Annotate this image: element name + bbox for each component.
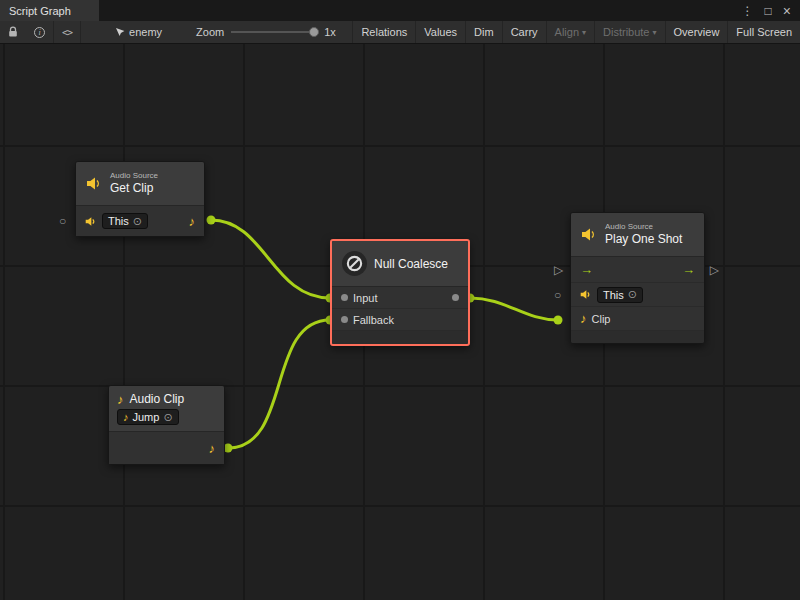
object-picker-icon[interactable]: ⊙: [163, 412, 172, 423]
output-row: ♪: [109, 432, 224, 464]
flow-out-icon[interactable]: →: [682, 263, 695, 276]
zoom-value: 1x: [324, 26, 336, 38]
flow-row: ▷ → → ▷: [571, 257, 704, 283]
flow-input-port[interactable]: ▷: [554, 264, 563, 276]
zoom-label: Zoom: [196, 26, 224, 38]
carry-button[interactable]: Carry: [502, 21, 546, 43]
object-picker-icon[interactable]: ⊙: [628, 289, 637, 300]
target-object-field[interactable]: This ⊙: [102, 213, 148, 229]
result-output-port[interactable]: [452, 294, 459, 301]
zoom-slider[interactable]: [231, 31, 317, 33]
flow-in-icon[interactable]: →: [580, 263, 593, 276]
align-button[interactable]: Align ▾: [546, 21, 594, 43]
node-play-one-shot[interactable]: Audio Source Play One Shot ▷ → → ▷ ○: [570, 212, 705, 344]
connection-port-dot: [207, 216, 216, 225]
fullscreen-button[interactable]: Full Screen: [727, 21, 800, 43]
audio-source-icon: [581, 227, 598, 242]
fallback-row: Fallback: [332, 309, 468, 331]
null-coalesce-icon: [342, 251, 367, 276]
tab-script-graph[interactable]: Script Graph: [0, 0, 99, 21]
node-footer: [332, 331, 468, 344]
audio-clip-icon: ♪: [580, 312, 587, 325]
node-header[interactable]: Audio Source Get Clip: [76, 162, 204, 206]
info-icon[interactable]: i: [26, 21, 53, 43]
value-input-port[interactable]: ○: [59, 215, 66, 227]
node-get-clip[interactable]: Audio Source Get Clip ○ This ⊙ ♪: [75, 161, 205, 237]
audio-source-icon: [85, 216, 97, 227]
audio-clip-field[interactable]: ♪ Jump ⊙: [117, 409, 179, 425]
graph-canvas[interactable]: Audio Source Get Clip ○ This ⊙ ♪: [0, 44, 800, 600]
fallback-port[interactable]: [341, 316, 348, 323]
node-footer: [571, 331, 704, 343]
graph-name: enemy: [115, 26, 162, 38]
connection-wire: [211, 220, 330, 298]
lock-icon[interactable]: [0, 21, 26, 43]
chevron-down-icon: ▾: [653, 28, 657, 37]
input-port[interactable]: [341, 294, 348, 301]
audio-source-icon: [86, 176, 103, 191]
close-icon[interactable]: ×: [783, 4, 791, 18]
window-controls: ⋮ □ ×: [742, 0, 800, 21]
connection-port-dot: [554, 316, 563, 325]
relations-button[interactable]: Relations: [352, 21, 415, 43]
menu-icon[interactable]: ⋮: [742, 5, 754, 17]
node-null-coalesce[interactable]: Null Coalesce Input Fallback: [330, 239, 470, 346]
maximize-icon[interactable]: □: [765, 5, 772, 17]
node-title: Play One Shot: [605, 232, 682, 247]
audio-clip-icon: ♪: [117, 393, 124, 406]
node-title: Null Coalesce: [374, 257, 448, 271]
graph-toolbar: i <> enemy Zoom 1x Relations Values Dim …: [0, 21, 800, 44]
values-button[interactable]: Values: [415, 21, 465, 43]
node-header[interactable]: Null Coalesce: [332, 241, 468, 287]
distribute-button[interactable]: Distribute ▾: [594, 21, 664, 43]
dim-button[interactable]: Dim: [465, 21, 502, 43]
fallback-label: Fallback: [353, 314, 394, 326]
input-row: Input: [332, 287, 468, 309]
script-graph-window: Script Graph ⋮ □ × i <> enemy Zoom: [0, 0, 800, 600]
connection-wire: [228, 320, 330, 448]
object-picker-icon[interactable]: ⊙: [133, 216, 142, 227]
audio-clip-output-icon[interactable]: ♪: [189, 215, 196, 228]
tab-title: Script Graph: [9, 5, 71, 17]
node-header[interactable]: Audio Source Play One Shot: [571, 213, 704, 257]
node-audio-clip[interactable]: ♪ Audio Clip ♪ Jump ⊙ ♪: [108, 385, 225, 465]
toolbar-buttons: Relations Values Dim Carry Align ▾ Distr…: [352, 21, 800, 43]
connection-wire: [470, 298, 558, 320]
audio-source-icon: [580, 289, 592, 300]
code-icon[interactable]: <>: [54, 21, 80, 43]
audio-clip-output-icon[interactable]: ♪: [209, 442, 216, 455]
pointer-icon: [115, 27, 125, 38]
input-label: Input: [353, 292, 377, 304]
chevron-down-icon: ▾: [582, 28, 586, 37]
toolbar-separator: [80, 21, 81, 43]
tab-bar: Script Graph ⋮ □ ×: [0, 0, 800, 21]
target-object-field[interactable]: This ⊙: [597, 287, 643, 303]
target-row: ○ This ⊙ ♪: [76, 206, 204, 236]
zoom-control: Zoom 1x: [196, 26, 336, 38]
node-title: Get Clip: [110, 181, 158, 196]
target-row: ○ This ⊙: [571, 283, 704, 307]
overview-button[interactable]: Overview: [665, 21, 728, 43]
zoom-slider-handle[interactable]: [309, 27, 319, 37]
value-input-port[interactable]: ○: [554, 289, 561, 301]
node-title: Audio Clip: [130, 392, 185, 406]
clip-row: ♪ Clip: [571, 307, 704, 331]
node-category: Audio Source: [110, 171, 158, 181]
audio-clip-icon: ♪: [123, 412, 129, 423]
graph-name-label: enemy: [129, 26, 162, 38]
node-category: Audio Source: [605, 222, 682, 232]
flow-output-port[interactable]: ▷: [710, 264, 719, 276]
node-header[interactable]: ♪ Audio Clip ♪ Jump ⊙: [109, 386, 224, 432]
clip-label: Clip: [592, 313, 611, 325]
